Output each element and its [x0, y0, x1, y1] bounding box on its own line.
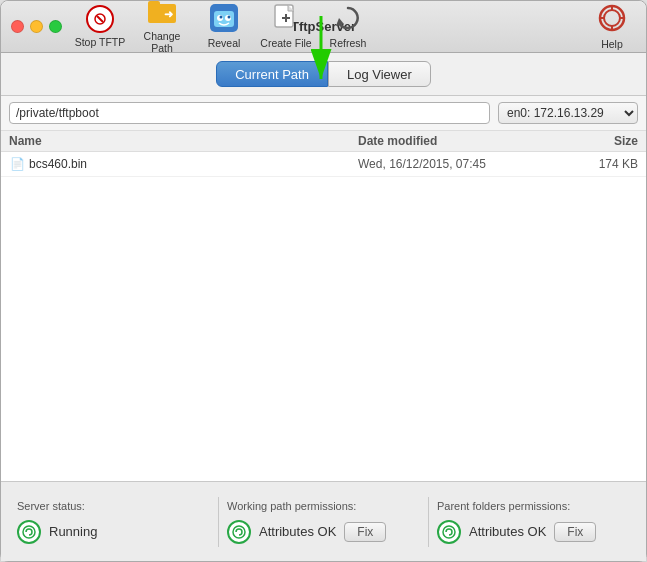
tab-log-viewer-label: Log Viewer — [347, 67, 412, 82]
reveal-icon — [210, 4, 238, 34]
create-file-label: Create File — [260, 37, 311, 49]
column-name-header: Name — [9, 134, 358, 148]
help-label: Help — [601, 38, 623, 50]
file-name-cell: 📄 bcs460.bin — [9, 156, 358, 172]
svg-point-10 — [228, 16, 231, 19]
svg-point-25 — [443, 526, 455, 538]
table-row[interactable]: 📄 bcs460.bin Wed, 16/12/2015, 07:45 174 … — [1, 152, 646, 177]
stop-tftp-button[interactable]: Stop TFTP — [71, 4, 129, 50]
svg-point-16 — [604, 10, 620, 26]
parent-folders-row: Attributes OK Fix — [437, 520, 596, 544]
file-list-header: Name Date modified Size — [1, 131, 646, 152]
server-status-label: Server status: — [17, 500, 85, 512]
working-path-value: Attributes OK — [259, 524, 336, 539]
status-divider-2 — [428, 497, 429, 547]
change-path-button[interactable]: ➜ Change Path — [133, 4, 191, 50]
svg-line-1 — [97, 16, 103, 22]
svg-point-24 — [233, 526, 245, 538]
parent-folders-icon — [437, 520, 461, 544]
help-button[interactable]: Help — [588, 4, 636, 50]
create-file-button[interactable]: Create File — [257, 4, 315, 50]
tab-area: Current Path Log Viewer — [1, 53, 646, 96]
working-path-section: Working path permissions: Attributes OK … — [227, 500, 420, 544]
working-path-row: Attributes OK Fix — [227, 520, 386, 544]
working-path-label: Working path permissions: — [227, 500, 356, 512]
stop-tftp-icon — [86, 5, 114, 33]
file-size-cell: 174 KB — [558, 157, 638, 171]
column-date-header: Date modified — [358, 134, 558, 148]
help-icon — [597, 3, 627, 35]
server-status-value: Running — [49, 524, 97, 539]
refresh-button[interactable]: Refresh — [319, 4, 377, 50]
toolbar: Stop TFTP ➜ Change Path — [71, 4, 588, 50]
parent-folders-value: Attributes OK — [469, 524, 546, 539]
working-path-fix-button[interactable]: Fix — [344, 522, 386, 542]
column-size-header: Size — [558, 134, 638, 148]
tab-current-path-label: Current Path — [235, 67, 309, 82]
svg-text:➜: ➜ — [164, 8, 173, 20]
change-path-icon: ➜ — [148, 0, 176, 27]
parent-folders-section: Parent folders permissions: Attributes O… — [437, 500, 630, 544]
svg-point-23 — [23, 526, 35, 538]
path-bar: en0: 172.16.13.29 — [1, 96, 646, 131]
working-path-icon — [227, 520, 251, 544]
reveal-button[interactable]: Reveal — [195, 4, 253, 50]
tab-log-viewer[interactable]: Log Viewer — [328, 61, 431, 87]
server-status-icon — [17, 520, 41, 544]
svg-point-9 — [220, 16, 223, 19]
change-path-label: Change Path — [133, 30, 191, 54]
status-divider-1 — [218, 497, 219, 547]
file-icon: 📄 — [9, 156, 25, 172]
file-list: 📄 bcs460.bin Wed, 16/12/2015, 07:45 174 … — [1, 152, 646, 481]
svg-rect-3 — [148, 1, 160, 8]
tab-bar: Current Path Log Viewer — [1, 53, 646, 96]
parent-folders-fix-button[interactable]: Fix — [554, 522, 596, 542]
main-window: TftpServer Stop TFTP — [0, 0, 647, 562]
tab-current-path[interactable]: Current Path — [216, 61, 328, 87]
content-area: en0: 172.16.13.29 Name Date modified Siz… — [1, 96, 646, 481]
titlebar: TftpServer Stop TFTP — [1, 1, 646, 53]
parent-folders-label: Parent folders permissions: — [437, 500, 570, 512]
path-input[interactable] — [9, 102, 490, 124]
svg-marker-14 — [336, 18, 344, 26]
stop-tftp-label: Stop TFTP — [75, 36, 126, 48]
server-status-section: Server status: Running — [17, 500, 210, 544]
refresh-icon — [334, 4, 362, 34]
refresh-label: Refresh — [330, 37, 367, 49]
create-file-icon — [274, 4, 298, 34]
file-date-cell: Wed, 16/12/2015, 07:45 — [358, 157, 558, 171]
reveal-label: Reveal — [208, 37, 241, 49]
server-status-row: Running — [17, 520, 97, 544]
status-bar: Server status: Running Working path perm… — [1, 481, 646, 561]
ip-select[interactable]: en0: 172.16.13.29 — [498, 102, 638, 124]
